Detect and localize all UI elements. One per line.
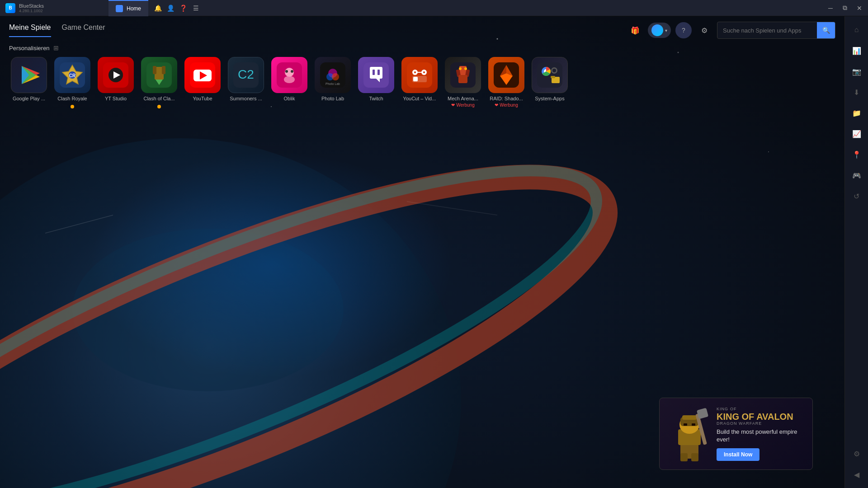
sidebar-settings-icon[interactable]: ⚙ [848, 445, 866, 463]
sidebar-home-icon[interactable]: ⌂ [848, 21, 866, 39]
app-label: Clash of Cla... [143, 96, 175, 102]
search-button[interactable]: 🔍 [817, 22, 835, 38]
tab-game-center[interactable]: Game Center [62, 23, 105, 37]
sidebar-controls-icon[interactable]: 🎮 [848, 166, 866, 184]
svg-point-38 [291, 70, 293, 73]
app-clash-royale-icon: CR [54, 57, 90, 93]
home-tab[interactable]: Home [108, 0, 148, 16]
svg-rect-68 [537, 62, 562, 88]
app-youtube[interactable]: YouTube [183, 57, 222, 108]
svg-rect-58 [459, 66, 467, 75]
app-raid[interactable]: RAID: Shado... ❤ Werbung [486, 57, 526, 108]
sidebar-collapse-icon[interactable]: ◀ [848, 465, 866, 483]
apps-grid: Google Play ... CR Clash Royale [9, 57, 835, 108]
svg-point-42 [332, 73, 339, 80]
home-tab-label: Home [127, 5, 141, 12]
settings-button[interactable]: ⚙ [696, 22, 712, 38]
restore-button[interactable]: ⧉ [838, 1, 852, 15]
app-youcut-icon [401, 57, 438, 93]
app-system-icon [532, 57, 568, 93]
app-label: RAID: Shado... [490, 96, 523, 102]
sidebar-location-icon[interactable]: 📍 [848, 145, 866, 164]
help-titlebar-icon[interactable]: ❓ [178, 3, 188, 13]
search-bar: 🔍 [717, 22, 835, 39]
title-bar: B BlueStacks 4.280.1.1002 Home 🔔 👤 ❓ ☰ ─… [0, 0, 868, 16]
app-label: Twitch [369, 96, 383, 102]
sidebar-stats-icon[interactable]: 📈 [848, 125, 866, 143]
help-button[interactable]: ? [675, 22, 692, 38]
svg-point-37 [285, 70, 288, 73]
app-clash-royale[interactable]: CR Clash Royale [52, 57, 92, 108]
app-google-play-icon [11, 57, 47, 93]
app-yt-studio[interactable]: YT Studio [96, 57, 136, 108]
sidebar-chart-icon[interactable]: 📊 [848, 42, 866, 60]
svg-rect-45 [370, 67, 382, 79]
app-clash-clans[interactable]: Clash of Cla... [139, 57, 179, 108]
apps-section: Personalisieren ⊞ Google Play ... [0, 39, 844, 113]
svg-text:CR: CR [69, 73, 76, 78]
window-controls: ─ ⧉ ✕ [824, 1, 868, 15]
svg-rect-79 [682, 415, 697, 420]
app-oblik[interactable]: Oblik [269, 57, 309, 108]
install-now-button[interactable]: Install Now [717, 448, 760, 461]
title-bar-left: B BlueStacks 4.280.1.1002 [0, 3, 108, 13]
notification-icon[interactable]: 🔔 [153, 3, 163, 13]
svg-rect-46 [373, 70, 375, 75]
app-label: YouCut – Vid... [403, 96, 436, 102]
app-photolab[interactable]: Photo Lab Photo Lab [313, 57, 353, 108]
sidebar-camera-icon[interactable]: 📷 [848, 62, 866, 80]
ad-badge-text: Werbung [456, 103, 474, 108]
sidebar-sync-icon[interactable]: ↺ [848, 187, 866, 205]
svg-point-53 [423, 71, 425, 73]
section-header: Personalisieren ⊞ [9, 44, 835, 52]
app-youtube-icon [184, 57, 221, 93]
avatar [651, 24, 663, 36]
svg-rect-81 [692, 423, 695, 426]
bluestacks-title: BlueStacks [19, 3, 44, 9]
top-nav-right: 🎁 ▾ ? ⚙ 🔍 [627, 22, 835, 39]
app-system[interactable]: System-Apps [530, 57, 570, 108]
profile-button[interactable]: ▾ [648, 23, 671, 38]
svg-point-62 [459, 67, 462, 70]
app-mech[interactable]: Mech Arena... ❤ Werbung [443, 57, 483, 108]
app-label: Summoners ... [230, 96, 262, 102]
sidebar-folder-icon[interactable]: 📁 [848, 104, 866, 122]
home-tab-icon [116, 5, 123, 12]
section-title: Personalisieren [9, 45, 50, 52]
app-label: Oblik [283, 96, 295, 102]
bluestacks-logo-icon: B [5, 3, 15, 13]
app-update-dot [157, 105, 161, 108]
app-summoners[interactable]: C2 Summoners ... [226, 57, 266, 108]
svg-rect-49 [407, 62, 432, 88]
gift-button[interactable]: 🎁 [627, 22, 643, 38]
ad-badge: ❤ Werbung [451, 103, 474, 108]
tab-meine-spiele[interactable]: Meine Spiele [9, 23, 51, 37]
search-input[interactable] [717, 23, 817, 38]
ad-of-label: OF [730, 407, 737, 411]
app-label: System-Apps [535, 96, 564, 102]
ad-banner: KING OF KING OF AVALON DRAGON WARFARE Bu… [659, 398, 813, 470]
menu-icon[interactable]: ☰ [191, 3, 201, 13]
app-update-dot [71, 105, 74, 108]
svg-rect-28 [162, 66, 165, 74]
app-youcut[interactable]: YouCut – Vid... [400, 57, 439, 108]
svg-rect-72 [551, 76, 555, 78]
app-google-play[interactable]: Google Play ... [9, 57, 49, 108]
svg-rect-56 [413, 77, 418, 81]
close-button[interactable]: ✕ [853, 1, 866, 15]
account-icon[interactable]: 👤 [165, 3, 175, 13]
ad-king-prefix: KING [717, 407, 728, 411]
app-mech-icon [445, 57, 481, 93]
app-twitch[interactable]: Twitch [356, 57, 396, 108]
content-area: Meine Spiele Game Center 🎁 ▾ ? ⚙ 🔍 Perso… [0, 16, 844, 488]
minimize-button[interactable]: ─ [824, 1, 837, 15]
ad-game-name: KING OF AVALON [717, 412, 805, 421]
svg-rect-80 [684, 423, 687, 426]
chevron-down-icon: ▾ [665, 28, 667, 33]
app-raid-icon [488, 57, 524, 93]
top-nav: Meine Spiele Game Center 🎁 ▾ ? ⚙ 🔍 [0, 16, 844, 39]
svg-text:C2: C2 [238, 67, 254, 81]
ad-tagline: Build the most powerful empire ever! [717, 428, 805, 444]
ad-badge: ❤ Werbung [495, 103, 518, 108]
sidebar-download-icon[interactable]: ⬇ [848, 83, 866, 101]
